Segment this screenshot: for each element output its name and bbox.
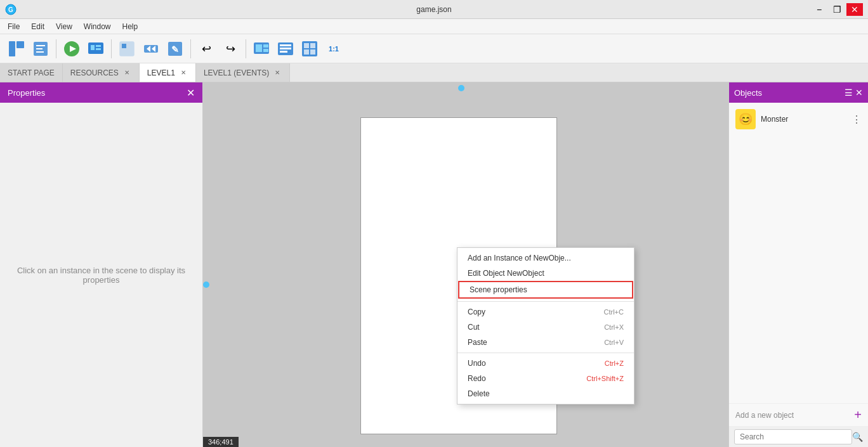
- toolbar: ✎ ↩ ↪ 1:1: [0, 34, 868, 63]
- svg-rect-3: [16, 41, 24, 48]
- undo-button[interactable]: ↩: [195, 37, 218, 60]
- menu-help[interactable]: Help: [117, 21, 143, 32]
- object-name-monster: Monster: [761, 115, 846, 124]
- menu-edit[interactable]: Edit: [26, 21, 49, 32]
- main-area: Properties ✕ Click on an instance in the…: [0, 82, 868, 447]
- toolbar-separator-2: [111, 39, 112, 58]
- window-title: game.json: [416, 5, 451, 14]
- context-menu: Add an Instance of NewObje... Edit Objec…: [457, 247, 635, 405]
- add-object-button[interactable]: +: [854, 408, 862, 422]
- publish-button[interactable]: [250, 37, 273, 60]
- object-menu-monster[interactable]: ⋮: [852, 113, 862, 126]
- ctx-scene-properties[interactable]: Scene properties: [458, 281, 633, 299]
- svg-rect-2: [9, 41, 15, 56]
- svg-rect-6: [36, 48, 43, 49]
- redo-button[interactable]: ↪: [219, 37, 242, 60]
- view-button[interactable]: [274, 37, 297, 60]
- properties-hint: Click on an instance in the scene to dis…: [0, 103, 202, 447]
- svg-rect-31: [310, 43, 315, 48]
- zoom-button[interactable]: 1:1: [322, 37, 345, 60]
- tab-resources[interactable]: RESOURCES ✕: [63, 63, 140, 82]
- tab-start-page-label: START PAGE: [8, 68, 55, 77]
- svg-text:G: G: [8, 6, 13, 13]
- object-avatar-monster: 😊: [735, 109, 756, 129]
- minimize-button[interactable]: −: [811, 3, 827, 16]
- svg-rect-28: [280, 51, 287, 53]
- svg-rect-11: [91, 45, 95, 50]
- add-object-row: Add a new object +: [729, 403, 868, 426]
- scene-handle-top: [458, 85, 464, 91]
- toolbar-separator-4: [246, 39, 246, 58]
- svg-rect-32: [304, 49, 309, 55]
- event-sheet-button[interactable]: [29, 37, 52, 60]
- svg-rect-30: [304, 43, 309, 48]
- svg-rect-12: [96, 45, 101, 47]
- menu-window[interactable]: Window: [79, 21, 116, 32]
- svg-rect-7: [36, 51, 44, 53]
- tab-level1[interactable]: LEVEL1 ✕: [140, 63, 196, 82]
- edit-mode-button[interactable]: ✎: [164, 37, 187, 60]
- svg-rect-33: [310, 49, 315, 55]
- object-item-monster[interactable]: 😊 Monster ⋮: [729, 105, 868, 133]
- objects-panel-title: Objects: [734, 88, 762, 98]
- svg-rect-16: [144, 45, 158, 53]
- toolbar-separator-1: [56, 39, 56, 58]
- tabs-bar: START PAGE RESOURCES ✕ LEVEL1 ✕ LEVEL1 (…: [0, 63, 868, 82]
- scene-handle-left: [203, 282, 209, 288]
- properties-panel: Properties ✕ Click on an instance in the…: [0, 82, 203, 447]
- svg-rect-13: [96, 48, 101, 50]
- objects-panel-close[interactable]: ✕: [855, 87, 863, 98]
- ctx-cut[interactable]: Cut Ctrl+X: [457, 320, 634, 335]
- ctx-add-instance[interactable]: Add an Instance of NewObje...: [457, 250, 634, 266]
- title-bar: G game.json − ❐ ✕: [0, 0, 868, 19]
- ctx-delete[interactable]: Delete: [457, 386, 634, 401]
- svg-rect-22: [256, 44, 262, 52]
- debug-preview-button[interactable]: [84, 37, 107, 60]
- objects-list: 😊 Monster ⋮: [729, 103, 868, 403]
- svg-rect-15: [122, 44, 126, 48]
- menu-view[interactable]: View: [51, 21, 77, 32]
- tab-level1-label: LEVEL1: [147, 68, 175, 77]
- tab-level1-close[interactable]: ✕: [179, 68, 188, 77]
- close-button[interactable]: ✕: [846, 3, 863, 16]
- maximize-button[interactable]: ❐: [829, 3, 845, 16]
- tab-resources-label: RESOURCES: [70, 68, 119, 77]
- add-object-label: Add a new object: [735, 411, 794, 420]
- objects-panel-button[interactable]: [298, 37, 321, 60]
- app-logo-icon: G: [5, 4, 16, 15]
- objects-panel-header: Objects ☰ ✕: [729, 82, 868, 103]
- tab-level1-events[interactable]: LEVEL1 (EVENTS) ✕: [196, 63, 290, 82]
- search-input[interactable]: [734, 429, 852, 444]
- ctx-separator-1: [457, 301, 634, 302]
- ctx-edit-object[interactable]: Edit Object NewObject: [457, 266, 634, 281]
- scene-area[interactable]: Add an Instance of NewObje... Edit Objec…: [203, 82, 728, 447]
- properties-panel-header: Properties ✕: [0, 82, 202, 103]
- ctx-copy[interactable]: Copy Ctrl+C: [457, 304, 634, 320]
- scene-manager-button[interactable]: [5, 37, 28, 60]
- events-mode-button[interactable]: [140, 37, 162, 60]
- ctx-undo[interactable]: Undo Ctrl+Z: [457, 356, 634, 371]
- search-icon-button[interactable]: 🔍: [852, 432, 863, 442]
- objects-panel: Objects ☰ ✕ 😊 Monster ⋮ Add a new object…: [728, 82, 868, 447]
- svg-rect-26: [280, 44, 291, 46]
- svg-rect-24: [263, 49, 268, 52]
- ctx-separator-2: [457, 353, 634, 353]
- search-row: 🔍: [729, 426, 868, 447]
- tab-level1-events-close[interactable]: ✕: [273, 68, 282, 77]
- ctx-redo[interactable]: Redo Ctrl+Shift+Z: [457, 371, 634, 386]
- scene-mode-button[interactable]: [115, 37, 138, 60]
- preview-button[interactable]: [60, 37, 83, 60]
- objects-panel-filter[interactable]: ☰: [845, 87, 853, 98]
- tab-start-page[interactable]: START PAGE: [0, 63, 63, 82]
- properties-panel-close[interactable]: ✕: [187, 87, 195, 99]
- menu-bar: File Edit View Window Help: [0, 19, 868, 34]
- svg-rect-27: [280, 48, 291, 49]
- objects-header-icons: ☰ ✕: [845, 87, 863, 98]
- menu-file[interactable]: File: [3, 21, 25, 32]
- ctx-paste[interactable]: Paste Ctrl+V: [457, 335, 634, 350]
- svg-rect-5: [36, 45, 45, 46]
- coords-display: 346;491: [203, 437, 239, 447]
- tab-resources-close[interactable]: ✕: [122, 68, 131, 77]
- toolbar-separator-3: [190, 39, 191, 58]
- svg-text:✎: ✎: [171, 44, 179, 55]
